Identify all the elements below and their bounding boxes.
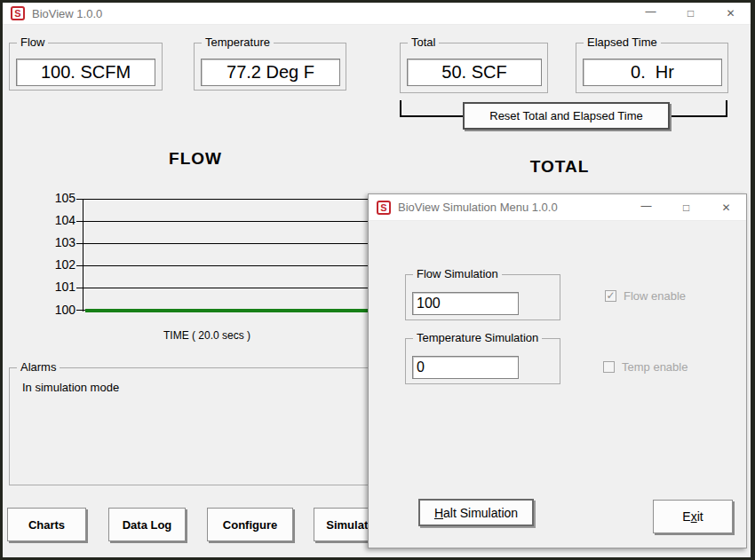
alarms-group-label: Alarms [17, 360, 60, 374]
flow-readout-group: Flow 100. SCFM [9, 43, 163, 91]
temperature-readout-label: Temperature [202, 35, 274, 49]
charts-button[interactable]: Charts [7, 508, 86, 541]
maximize-icon[interactable]: □ [671, 3, 711, 24]
desktop: { "window_controls": { "min": "—", "max"… [0, 0, 755, 560]
flow-ytick-103: 103 [38, 235, 76, 251]
flow-enable-checkbox: ✓ [605, 290, 616, 302]
flow-ytick-105: 105 [38, 191, 76, 207]
dialog-minimize-icon[interactable]: — [626, 194, 666, 220]
main-titlebar[interactable]: S BioView 1.0.0 — □ ✕ [3, 3, 751, 25]
ytickmark [76, 199, 83, 200]
reset-total-button[interactable]: Reset Total and Elapsed Time [463, 102, 670, 130]
flow-ytick-104: 104 [38, 213, 76, 229]
dialog-title: BioView Simulation Menu 1.0.0 [398, 201, 558, 214]
close-icon[interactable]: ✕ [711, 3, 751, 24]
flow-readout-label: Flow [17, 35, 48, 49]
elapsed-time-readout-group: Elapsed Time 0. Hr [576, 43, 728, 93]
flow-chart-title: FLOW [133, 149, 258, 169]
total-readout-group: Total 50. SCF [400, 43, 548, 93]
ytickmark [76, 243, 83, 244]
simulation-dialog: S BioView Simulation Menu 1.0.0 — □ ✕ Fl… [368, 193, 747, 548]
ytickmark [76, 221, 83, 222]
elapsed-time-readout-value: 0. Hr [583, 59, 722, 86]
flow-chart-yaxis [83, 199, 83, 312]
flow-enable-label: Flow enable [624, 289, 686, 303]
total-readout-value: 50. SCF [407, 59, 542, 86]
ytickmark [76, 310, 83, 311]
minimize-icon[interactable]: — [631, 3, 671, 24]
ytickmark [76, 265, 83, 266]
halt-simulation-button[interactable]: Halt Simulation [418, 499, 534, 526]
temperature-readout-group: Temperature 77.2 Deg F [194, 43, 346, 91]
flow-chart-xaxis-label: TIME ( 20.0 secs ) [136, 329, 278, 342]
flow-simulation-label: Flow Simulation [413, 267, 502, 280]
temperature-simulation-input[interactable] [412, 356, 519, 379]
dialog-maximize-icon[interactable]: □ [666, 194, 706, 220]
flow-ytick-102: 102 [38, 257, 76, 273]
flow-ytick-100: 100 [38, 303, 76, 319]
flow-simulation-group: Flow Simulation [405, 274, 560, 320]
data-log-button[interactable]: Data Log [108, 508, 186, 541]
flow-readout-value: 100. SCFM [16, 59, 155, 86]
exit-button[interactable]: Exit [653, 500, 733, 533]
temperature-readout-value: 77.2 Deg F [201, 59, 340, 86]
app-logo-icon: S [11, 6, 25, 20]
app-logo-icon: S [377, 201, 391, 215]
bracket-line-right-horizontal [668, 115, 727, 117]
ytickmark [76, 288, 83, 288]
elapsed-time-readout-label: Elapsed Time [584, 35, 661, 49]
temperature-simulation-group: Temperature Simulation [405, 338, 560, 384]
main-window-title: BioView 1.0.0 [32, 7, 102, 20]
total-chart-title: TOTAL [506, 157, 613, 177]
alarm-message: In simulation mode [22, 381, 119, 394]
temp-enable-label: Temp enable [622, 360, 687, 374]
total-readout-label: Total [408, 35, 439, 49]
configure-button[interactable]: Configure [207, 508, 293, 541]
dialog-close-icon[interactable]: ✕ [706, 194, 746, 220]
temperature-simulation-label: Temperature Simulation [413, 331, 542, 344]
flow-ytick-101: 101 [38, 280, 76, 296]
temp-enable-checkbox [603, 361, 615, 373]
flow-simulation-input[interactable] [412, 292, 519, 315]
dialog-titlebar[interactable]: S BioView Simulation Menu 1.0.0 — □ ✕ [369, 194, 746, 221]
bracket-line-left-horizontal [400, 115, 464, 117]
